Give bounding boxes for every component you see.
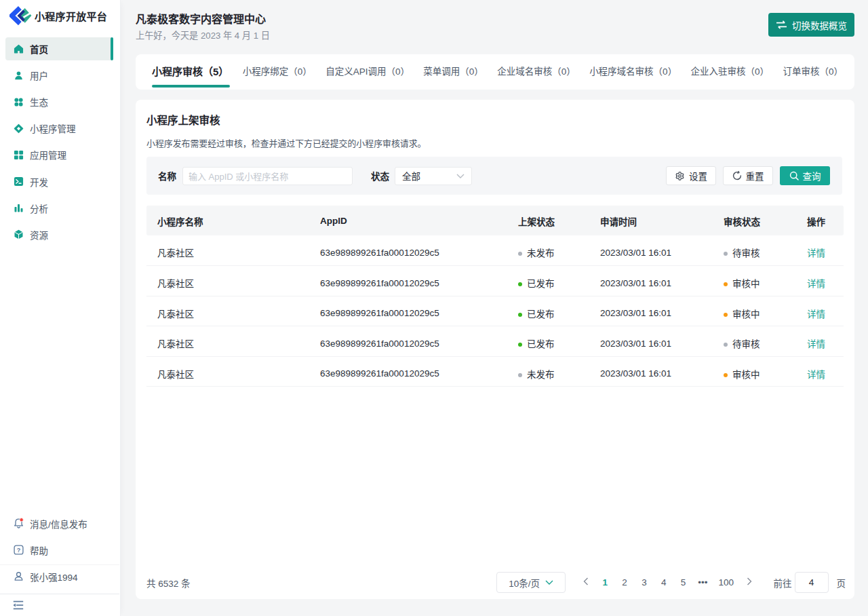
svg-text:?: ? [17, 547, 21, 554]
